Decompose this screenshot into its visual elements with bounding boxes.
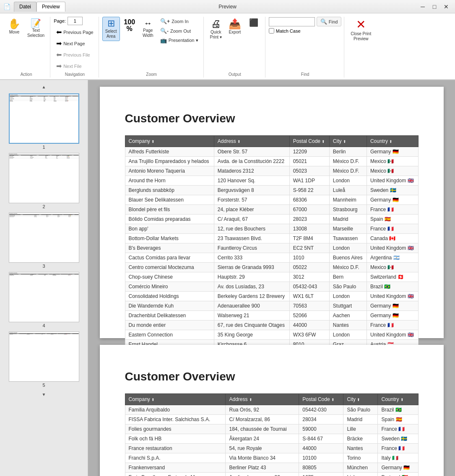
close-window-button[interactable]: ✕ [441, 2, 452, 12]
table-row: Drachenblut Delikatessen Walserweg 21 52… [125, 311, 418, 321]
export-button[interactable]: 📤 Export [226, 17, 244, 37]
action-group-label: Action [5, 72, 47, 77]
output-group-label: Output [207, 72, 263, 77]
cell-country: Argentina 🇦🇷 [367, 253, 418, 263]
thumbnail-page-5[interactable]: Customer Overview CompanyAddressPostalCi… [9, 331, 79, 382]
previous-page-icon: ⬅ [56, 28, 62, 36]
zoom-in-button[interactable]: 🔍+ Zoom In [158, 17, 201, 26]
cell-address: Avda. de la Constitución 2222 [214, 157, 289, 166]
thumbnail-page-3[interactable]: Customer Overview CompanyAddressPostalCi… [9, 212, 79, 263]
flag-icon: 🇩🇪 [403, 465, 410, 471]
100pct-icon: 100% [124, 19, 135, 32]
maximize-button[interactable]: □ [429, 2, 440, 12]
presentation-label: Presentation ▾ [169, 38, 198, 43]
thumbnail-page-4[interactable]: Customer Overview CompanyAddressPostalCi… [9, 272, 79, 322]
next-file-icon: ➡ [56, 62, 62, 70]
cell-company: Berglunds snabbköp [125, 186, 214, 195]
thumbnail-page-2[interactable]: Customer Overview CompanyAddressPostalCi… [9, 153, 79, 203]
cell-company: Antonio Moreno Taquería [125, 166, 214, 176]
page-width-button[interactable]: ↔ PageWidth [139, 17, 157, 40]
find-button[interactable]: 🔍 Find [317, 17, 341, 26]
cell-address: Jardim das rosas n. 32 [226, 473, 299, 476]
sidebar-scroll-up[interactable]: ▲ [41, 83, 47, 90]
flag-icon: 🇧🇷 [395, 407, 402, 413]
cell-postal: WX3 6FW [289, 330, 329, 340]
minimize-button[interactable]: ─ [417, 2, 428, 12]
thumbnail-item-1[interactable]: Customer Overview CompanyAddressPostalCi… [9, 93, 79, 150]
cell-postal: 28034 [299, 415, 343, 424]
tab-preview[interactable]: Preview [36, 2, 65, 12]
flag-icon: 🇬🇧 [408, 293, 414, 299]
page-2-title: Customer Overview [125, 370, 419, 383]
cell-company: Die Wandernde Kuh [125, 301, 214, 311]
cell-company: Bólido Comidas preparadas [125, 215, 214, 224]
cell-company: Du monde entier [125, 321, 214, 330]
previous-file-button[interactable]: ⬅ Previous File [54, 49, 96, 60]
page-1-title: Customer Overview [125, 112, 419, 125]
cell-company: Furia Bacalhau e Frutos do Mar [125, 473, 226, 476]
text-selection-icon: 📝 [31, 19, 41, 27]
thumbnail-item-4[interactable]: Customer Overview CompanyAddressPostalCi… [9, 272, 79, 328]
cell-address: 12, rue des Bouchers [214, 224, 289, 234]
thumbnail-page-1[interactable]: Customer Overview CompanyAddressPostalCi… [9, 93, 79, 144]
cell-postal: S-844 67 [299, 434, 343, 444]
table-row: Du monde entier 67, rue des Cinquante Ot… [125, 321, 418, 330]
cell-address: Hauptstr. 29 [214, 272, 289, 282]
previous-page-button[interactable]: ⬅ Previous Page [54, 27, 96, 37]
table-row: Alfreds Futterkiste Obere Str. 57 12209 … [125, 147, 418, 157]
zoom-group-label: Zoom [102, 72, 201, 77]
select-area-button[interactable]: ⊞ SelectArea [102, 17, 120, 41]
move-button[interactable]: ✋ Move [5, 17, 23, 37]
page-input[interactable] [68, 17, 83, 25]
flag-icon: 🇫🇷 [387, 226, 394, 232]
output-extra-button[interactable]: ⬛ [245, 17, 263, 29]
cell-postal: 44000 [289, 321, 329, 330]
next-page-button[interactable]: ➡ Next Page [54, 38, 96, 49]
cell-postal: 80805 [299, 463, 343, 473]
cell-city: Strasbourg [329, 205, 367, 215]
table-row: Die Wandernde Kuh Adenauerallee 900 7056… [125, 301, 418, 311]
tab-datei[interactable]: Datei [14, 2, 36, 12]
thumbnail-item-3[interactable]: Customer Overview CompanyAddressPostalCi… [9, 212, 79, 269]
preview-area[interactable]: Customer Overview Company ⬆ Address ⬆ Po… [88, 80, 455, 476]
ribbon-group-action: ✋ Move 📝 TextSelection Action [3, 17, 50, 78]
cell-company: Franchi S.p.A. [125, 453, 226, 463]
cell-postal: 1010 [289, 253, 329, 263]
cell-postal: 52066 [289, 311, 329, 321]
next-file-button[interactable]: ➡ Next File [54, 61, 96, 71]
cell-city: London [329, 330, 367, 340]
sidebar-scroll-down[interactable]: ▼ [41, 391, 47, 398]
cell-address: Berkeley Gardens 12 Brewery [214, 292, 289, 301]
presentation-icon: 📺 [160, 37, 167, 44]
cell-address: Obere Str. 57 [214, 147, 289, 157]
thumbnail-item-2[interactable]: Customer Overview CompanyAddressPostalCi… [9, 153, 79, 209]
text-selection-button[interactable]: 📝 TextSelection [24, 17, 47, 40]
100pct-button[interactable]: 100% [121, 17, 138, 35]
cell-city: Madrid [343, 415, 378, 424]
next-file-label: Next File [63, 64, 81, 69]
quick-print-button[interactable]: 🖨 QuickPrint ▾ [207, 17, 225, 42]
thumbnail-sidebar[interactable]: ▲ Customer Overview CompanyAddressPostal… [0, 80, 88, 476]
cell-city: Berlin [329, 147, 367, 157]
zoom-out-button[interactable]: 🔍- Zoom Out [158, 26, 201, 35]
cell-postal: 67000 [289, 205, 329, 215]
text-selection-label: TextSelection [27, 28, 44, 38]
close-print-preview-button[interactable]: ✕ Close PrintPreview [348, 17, 374, 44]
cell-country: Sweden 🇸🇪 [367, 186, 418, 195]
next-page-label: Next Page [63, 41, 85, 46]
cell-address: 67, rue des Cinquante Otages [214, 321, 289, 330]
quick-print-label: QuickPrint ▾ [210, 30, 222, 40]
cell-company: Centro comercial Moctezuma [125, 263, 214, 272]
find-input[interactable] [269, 17, 315, 26]
presentation-button[interactable]: 📺 Presentation ▾ [158, 36, 201, 45]
flag-icon: 🇨🇦 [389, 235, 395, 241]
cell-city: Tsawassen [329, 234, 367, 243]
thumbnail-label-4: 4 [42, 323, 45, 328]
previous-page-label: Previous Page [63, 30, 94, 35]
cell-country: United Kingdom 🇬🇧 [367, 330, 418, 340]
table-row: Berglunds snabbköp Berguvsvägen 8 S-958 … [125, 186, 418, 195]
match-case-checkbox[interactable] [269, 28, 274, 34]
table-row: Consolidated Holdings Berkeley Gardens 1… [125, 292, 418, 301]
thumbnail-item-5[interactable]: Customer Overview CompanyAddressPostalCi… [9, 331, 79, 388]
move-icon: ✋ [8, 19, 21, 29]
